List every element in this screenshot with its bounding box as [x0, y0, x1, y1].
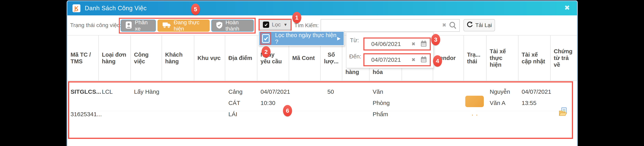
- truck-icon: [162, 22, 171, 30]
- col-dia-diem[interactable]: Địa điểm: [225, 36, 257, 80]
- date-range-panel: Từ: 04/06/2021 ✖: [346, 32, 434, 68]
- refresh-icon: [467, 21, 473, 29]
- date-from-label: Từ:: [350, 37, 359, 44]
- status-filter-label: Trạng thái công việc:: [70, 22, 121, 28]
- col-cong-viec[interactable]: Công việc: [131, 36, 162, 80]
- chevron-down-icon: ▼: [284, 23, 288, 27]
- annotation-badge-1: 1: [292, 12, 301, 23]
- menu-item-label: Lọc theo ngày thực hiện ?: [275, 32, 337, 45]
- search-clear-icon[interactable]: ✖: [442, 22, 446, 28]
- status-button-label: Hoàn thành: [226, 19, 249, 32]
- date-from-clear-icon[interactable]: ✖: [412, 41, 416, 47]
- date-to-value: 04/07/2021: [371, 56, 412, 63]
- filter-by-date-checkbox[interactable]: [262, 34, 270, 43]
- annotation-badge-6: 6: [283, 105, 292, 116]
- status-button-dang-thuc-hien[interactable]: Đang thực hiện: [158, 20, 210, 32]
- annotation-badge-4: 4: [433, 55, 442, 67]
- annotation-badge-5: 5: [191, 4, 200, 15]
- reload-button-label: Tải Lại: [475, 22, 492, 28]
- screen-background: K Danh Sách Công Việc ✖ Trạng thái công …: [0, 0, 644, 146]
- annotation-box-filter-button: Lọc ▼: [258, 19, 292, 31]
- annotation-badge-2: 2: [262, 46, 270, 58]
- search-box: ✖: [320, 19, 460, 32]
- annotation-box-date-to: 04/07/2021 ✖: [364, 53, 431, 66]
- shield-check-icon: [216, 21, 223, 30]
- calendar-icon[interactable]: [420, 40, 427, 48]
- filter-button-label: Lọc: [272, 22, 281, 28]
- col-ma-tc-tms[interactable]: Mã TC / TMS: [68, 36, 99, 80]
- close-icon[interactable]: ✖: [564, 4, 570, 11]
- annotation-box-status-buttons: Phân xe Đang thực hiện: [119, 18, 256, 34]
- date-to-input[interactable]: 04/07/2021 ✖: [364, 54, 430, 65]
- submenu-arrow-icon: ▶: [337, 36, 340, 41]
- col-trang-thai[interactable]: Trạ... thái: [464, 36, 486, 80]
- dialog-title: Danh Sách Công Việc: [85, 5, 146, 12]
- search-input[interactable]: [320, 19, 460, 32]
- annotation-box-menu-checkbox: [260, 32, 271, 45]
- date-to-label: Đến:: [349, 53, 361, 60]
- date-to-clear-icon[interactable]: ✖: [412, 57, 416, 63]
- annotation-box-table-row: [68, 81, 573, 139]
- search-icon[interactable]: [449, 22, 456, 30]
- date-from-value: 04/06/2021: [371, 41, 412, 47]
- menu-item-filter-by-date[interactable]: Lọc theo ngày thực hiện ? ▶: [259, 32, 344, 45]
- filter-dropdown-button[interactable]: Lọc ▼: [260, 20, 291, 30]
- col-loai-don-hang[interactable]: Loại đơn hàng: [99, 36, 131, 80]
- date-from-input[interactable]: 04/06/2021 ✖: [364, 39, 430, 50]
- col-tai-xe-thuc-hien[interactable]: Tài xế thực hiện: [486, 36, 518, 80]
- search-label: Tìm Kiếm:: [294, 23, 319, 29]
- col-khu-vuc[interactable]: Khu vực: [194, 36, 225, 80]
- job-list-dialog: K Danh Sách Công Việc ✖ Trạng thái công …: [66, 1, 578, 146]
- status-button-label: Đang thực hiện: [174, 19, 205, 32]
- dialog-titlebar: K Danh Sách Công Việc ✖: [68, 1, 577, 15]
- col-tai-xe-cap-nhat[interactable]: Tài xế cập nhật: [518, 36, 550, 80]
- col-khach-hang[interactable]: Khách hàng: [162, 36, 194, 80]
- status-button-label: Phân xe: [135, 19, 151, 32]
- person-card-icon: [125, 21, 132, 30]
- filter-dropdown-menu: Lọc theo ngày thực hiện ? ▶: [258, 31, 344, 46]
- status-button-hoan-thanh[interactable]: Hoàn thành: [211, 20, 254, 32]
- filter-checkbox[interactable]: [263, 22, 269, 28]
- calendar-icon[interactable]: [420, 56, 427, 64]
- reload-button[interactable]: Tải Lại: [464, 19, 495, 31]
- annotation-badge-3: 3: [431, 34, 440, 45]
- app-logo-icon: K: [72, 4, 80, 12]
- annotation-box-date-from: 04/06/2021 ✖: [364, 38, 431, 51]
- col-chung-tu-tra-ve[interactable]: Chứng từ trả về: [550, 36, 577, 80]
- status-button-phan-xe[interactable]: Phân xe: [120, 20, 156, 32]
